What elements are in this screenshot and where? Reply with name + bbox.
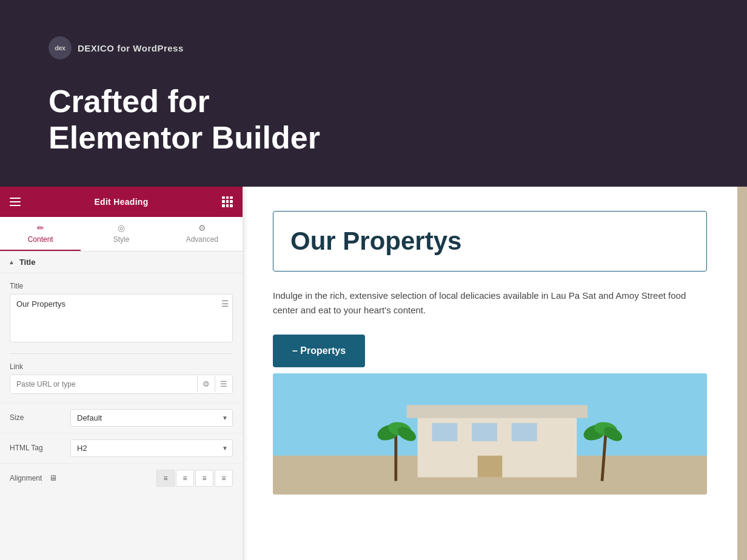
link-field-wrapper: ⚙ ☰ — [10, 375, 233, 394]
svg-rect-7 — [478, 456, 503, 478]
property-image-inner — [273, 373, 707, 495]
html-tag-select[interactable]: H1 H2 H3 H4 H5 H6 div span p — [70, 439, 233, 457]
content-description: Indulge in the rich, extensive selection… — [273, 288, 707, 318]
svg-rect-4 — [432, 423, 458, 441]
link-field-group: Link ⚙ ☰ — [0, 354, 243, 402]
editor-title: Edit Heading — [94, 197, 148, 207]
brand-logo: dex — [49, 36, 72, 59]
content-heading-box: Our Propertys — [273, 211, 707, 272]
svg-rect-5 — [472, 423, 497, 441]
cta-button[interactable]: – Propertys — [273, 335, 365, 367]
html-tag-field-row: HTML Tag H1 H2 H3 H4 H5 H6 div span p ▼ — [0, 433, 243, 463]
title-field-icon[interactable]: ☰ — [221, 299, 229, 308]
link-input[interactable] — [10, 375, 197, 393]
brand-name: DEXICO for WordPress — [78, 43, 184, 53]
hamburger-icon[interactable] — [10, 198, 21, 206]
editor-header: Edit Heading — [0, 187, 243, 217]
html-tag-select-wrapper: H1 H2 H3 H4 H5 H6 div span p ▼ — [70, 439, 233, 457]
section-title-label: Title — [19, 258, 36, 267]
tab-style[interactable]: ◎ Style — [81, 217, 161, 251]
align-left-btn[interactable]: ≡ — [156, 470, 175, 487]
right-sidebar — [737, 187, 747, 560]
title-textarea-wrapper: ☰ — [10, 294, 233, 345]
svg-rect-3 — [407, 405, 588, 418]
title-field-label: Title — [10, 282, 233, 290]
link-field-label: Link — [10, 362, 233, 371]
link-settings-btn[interactable]: ⚙ — [197, 376, 215, 392]
alignment-label: Alignment — [10, 474, 42, 482]
style-tab-icon: ◎ — [118, 223, 125, 233]
svg-rect-6 — [512, 423, 537, 441]
alignment-row: Alignment 🖥 ≡ ≡ ≡ ≡ — [0, 463, 243, 493]
title-textarea[interactable] — [10, 294, 233, 342]
collapse-arrow[interactable]: ▲ — [8, 259, 15, 265]
link-list-btn[interactable]: ☰ — [215, 376, 232, 392]
align-center-btn[interactable]: ≡ — [176, 470, 194, 487]
tabs-row: ✏ Content ◎ Style ⚙ Advanced — [0, 217, 243, 252]
hero-title: Crafted for Elementor Builder — [49, 84, 698, 156]
size-label: Size — [10, 413, 70, 422]
property-image — [273, 373, 707, 495]
title-field-group: Title ☰ — [0, 273, 243, 353]
brand-row: dex DEXICO for WordPress — [49, 36, 698, 59]
html-tag-label: HTML Tag — [10, 444, 70, 452]
section-title-bar: ▲ Title — [0, 252, 243, 273]
align-right-btn[interactable]: ≡ — [195, 470, 213, 487]
align-buttons: ≡ ≡ ≡ ≡ — [156, 470, 233, 487]
hero-section: dex DEXICO for WordPress Crafted for Ele… — [0, 0, 747, 187]
editor-body: ▲ Title Title ☰ Link ⚙ ☰ — [0, 252, 243, 560]
align-justify-btn[interactable]: ≡ — [215, 470, 233, 487]
content-heading: Our Propertys — [290, 226, 689, 256]
advanced-tab-icon: ⚙ — [198, 223, 206, 233]
device-icon: 🖥 — [49, 473, 57, 482]
tab-advanced[interactable]: ⚙ Advanced — [162, 217, 243, 251]
property-svg — [273, 373, 707, 495]
size-field-row: Size Default Small Medium Large XL XXL ▼ — [0, 402, 243, 433]
content-tab-icon: ✏ — [37, 223, 44, 233]
editor-panel: Edit Heading ✏ Content ◎ Style ⚙ Advance… — [0, 187, 243, 560]
size-select-wrapper: Default Small Medium Large XL XXL ▼ — [70, 409, 233, 427]
grid-icon[interactable] — [222, 196, 233, 207]
tab-content[interactable]: ✏ Content — [0, 217, 81, 251]
main-area: Edit Heading ✏ Content ◎ Style ⚙ Advance… — [0, 187, 747, 560]
content-area: Our Propertys Indulge in the rich, exten… — [243, 187, 737, 560]
size-select[interactable]: Default Small Medium Large XL XXL — [70, 409, 233, 427]
